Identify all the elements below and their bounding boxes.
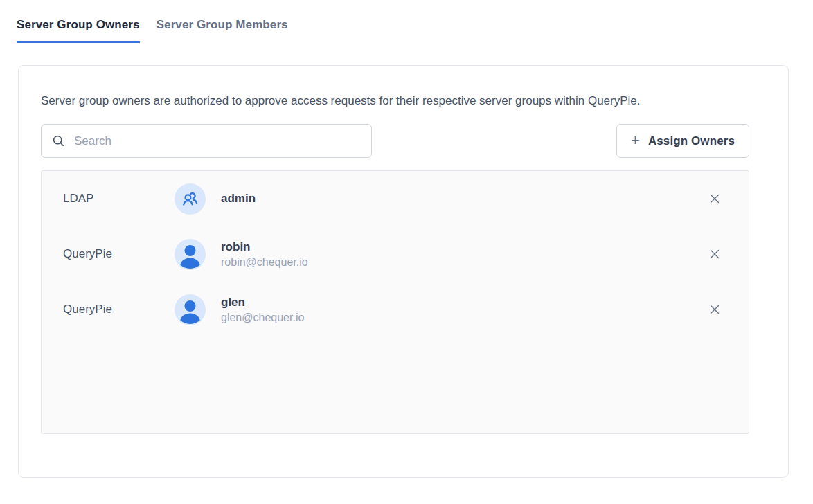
assign-owners-button[interactable]: + Assign Owners (616, 124, 749, 158)
owner-identity: glen glen@chequer.io (221, 295, 304, 325)
owner-avatar (175, 239, 206, 270)
tab-server-group-owners[interactable]: Server Group Owners (17, 18, 140, 43)
panel-description: Server group owners are authorized to ap… (41, 91, 753, 111)
close-icon (707, 302, 722, 317)
plus-icon: + (631, 133, 640, 148)
owner-idp-label: LDAP (63, 192, 175, 206)
owner-idp-label: QueryPie (63, 247, 175, 261)
owner-email: glen@chequer.io (221, 310, 304, 325)
close-icon (707, 246, 722, 262)
group-icon (181, 190, 199, 208)
owner-identity: robin robin@chequer.io (221, 240, 308, 269)
tab-bar: Server Group Owners Server Group Members (17, 18, 813, 43)
toolbar: + Assign Owners (41, 124, 749, 158)
search-box[interactable] (41, 124, 372, 158)
owner-name: admin (221, 191, 256, 206)
owner-name: robin (221, 240, 308, 255)
owner-avatar (175, 294, 206, 325)
search-icon (51, 134, 66, 148)
owner-row: QueryPie glen glen@chequer.io (42, 282, 749, 337)
server-group-owners-panel: Server group owners are authorized to ap… (18, 65, 789, 478)
owner-email: robin@chequer.io (221, 255, 308, 269)
remove-owner-button[interactable] (704, 244, 725, 264)
tab-server-group-members[interactable]: Server Group Members (157, 18, 288, 43)
owner-row: LDAP admin (42, 171, 749, 226)
owner-row: QueryPie robin robin@chequer.io (42, 226, 749, 282)
owner-avatar (175, 183, 206, 215)
owner-name: glen (221, 295, 304, 310)
owners-list: LDAP admin QueryPie (41, 170, 749, 434)
close-icon (707, 191, 722, 206)
user-icon (175, 294, 206, 325)
remove-owner-button[interactable] (704, 188, 725, 209)
owner-idp-label: QueryPie (63, 303, 175, 316)
remove-owner-button[interactable] (704, 299, 725, 320)
search-input[interactable] (74, 134, 361, 148)
user-icon (175, 239, 206, 270)
owner-identity: admin (221, 191, 256, 206)
assign-owners-label: Assign Owners (648, 134, 735, 148)
